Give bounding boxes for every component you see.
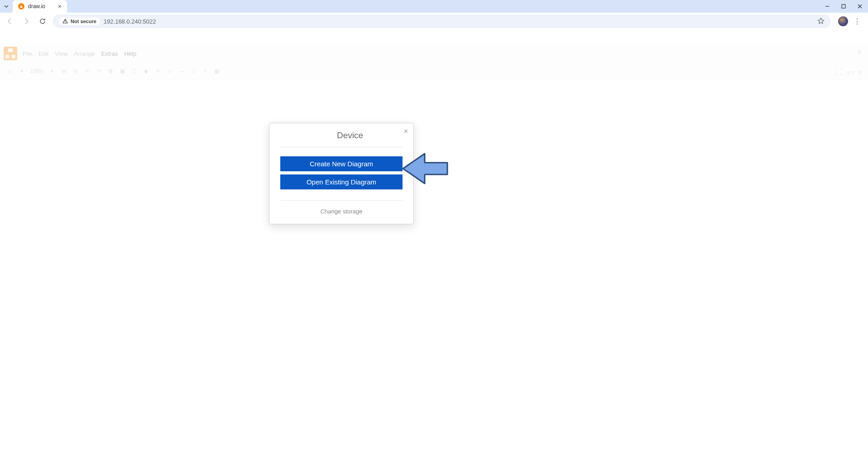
dialog-title: Device — [337, 130, 363, 140]
window-controls — [819, 0, 868, 13]
drawio-favicon — [18, 3, 24, 10]
fullscreen-icon[interactable]: ⛶ — [835, 68, 843, 77]
browser-extra-controls: ⋮ — [834, 16, 864, 26]
browser-menu-icon[interactable]: ⋮ — [854, 17, 861, 26]
open-existing-diagram-button[interactable]: Open Existing Diagram — [280, 174, 403, 189]
fill-color-icon[interactable]: ◆ — [143, 68, 150, 75]
toolbar-right: ⛶ ▭ « — [835, 68, 863, 77]
address-bar[interactable]: Not secure 192.168.0.240:5022 — [53, 14, 831, 28]
zoom-in-icon[interactable]: ⊕ — [60, 68, 67, 75]
shadow-icon[interactable]: ▭ — [166, 68, 173, 75]
dialog-close-icon[interactable]: × — [404, 128, 408, 135]
connection-icon[interactable]: — — [178, 68, 185, 75]
url-text: 192.168.0.240:5022 — [104, 18, 156, 25]
table-icon[interactable]: ▦ — [213, 68, 221, 75]
menu-bar: File Edit View Arrange Extras Help — [23, 50, 136, 57]
drawio-logo — [4, 47, 17, 60]
reload-button[interactable] — [36, 15, 49, 28]
maximize-button[interactable] — [835, 0, 852, 13]
dialog-footer: Change storage — [280, 200, 403, 215]
format-panel-icon[interactable]: ▭ — [847, 68, 854, 77]
toolbar-dropdown-icon[interactable]: ▾ — [18, 68, 25, 75]
forward-button[interactable] — [20, 15, 33, 28]
tab-title: draw.io — [28, 3, 45, 10]
app-toolbar: File Edit View Arrange Extras Help ▭ ▾ 1… — [0, 43, 868, 80]
waypoint-icon[interactable]: ⤴ — [190, 68, 197, 75]
line-color-icon[interactable]: ✎ — [154, 68, 162, 75]
browser-toolbar: Not secure 192.168.0.240:5022 ⋮ — [0, 13, 868, 30]
svg-point-3 — [65, 22, 65, 23]
to-back-icon[interactable]: ▢ — [131, 68, 138, 75]
menu-extras[interactable]: Extras — [101, 50, 118, 57]
menu-file[interactable]: File — [23, 50, 32, 57]
dialog-header: Device — [280, 130, 403, 147]
sidebar-toggle-icon[interactable]: ▭ — [6, 68, 14, 75]
browser-tab-strip: draw.io × — [0, 0, 868, 13]
device-icon — [320, 132, 331, 139]
toolbar-row: ▭ ▾ 100% ▾ ⊕ ⊖ ↶ ↷ 🗑 ▣ ▢ ◆ ✎ ▭ — ⤴ ＋ ▦ — [0, 64, 868, 78]
svg-rect-1 — [842, 5, 845, 8]
menu-view[interactable]: View — [55, 50, 67, 57]
tab-search-dropdown[interactable] — [0, 0, 13, 13]
create-new-diagram-button[interactable]: Create New Diagram — [280, 156, 403, 171]
zoom-level[interactable]: 100% — [30, 68, 44, 74]
menu-help[interactable]: Help — [124, 50, 136, 57]
security-chip[interactable]: Not secure — [59, 18, 100, 25]
zoom-out-icon[interactable]: ⊖ — [72, 68, 79, 75]
minimize-button[interactable] — [819, 0, 835, 13]
collapse-icon[interactable]: « — [858, 68, 863, 77]
redo-icon[interactable]: ↷ — [96, 68, 103, 75]
bookmark-star-icon[interactable] — [817, 17, 825, 26]
back-button[interactable] — [4, 15, 16, 28]
warning-icon — [62, 19, 68, 24]
diagram-canvas[interactable] — [0, 80, 868, 464]
profile-avatar[interactable] — [838, 16, 848, 26]
security-label: Not secure — [71, 19, 96, 24]
delete-icon[interactable]: 🗑 — [107, 68, 115, 75]
spacer — [0, 30, 868, 43]
change-storage-link[interactable]: Change storage — [321, 208, 363, 215]
menu-arrange[interactable]: Arrange — [74, 50, 95, 57]
close-window-button[interactable] — [852, 0, 868, 13]
theme-toggle-icon[interactable]: ☀ — [856, 48, 863, 57]
menu-edit[interactable]: Edit — [38, 50, 48, 57]
close-tab-icon[interactable]: × — [58, 3, 62, 10]
browser-tab[interactable]: draw.io × — [13, 0, 67, 13]
undo-icon[interactable]: ↶ — [84, 68, 91, 75]
add-icon[interactable]: ＋ — [201, 68, 209, 75]
zoom-dropdown-icon[interactable]: ▾ — [48, 68, 56, 75]
to-front-icon[interactable]: ▣ — [119, 68, 126, 75]
storage-dialog: × Device Create New Diagram Open Existin… — [269, 123, 414, 224]
